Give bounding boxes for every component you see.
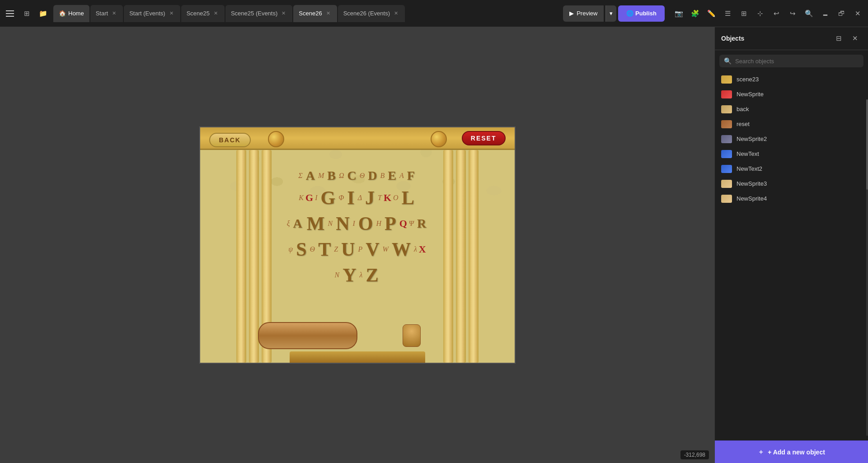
obj-name: back: [737, 106, 846, 112]
canvas-area[interactable]: BACK ↻ RESET Σ: [0, 27, 714, 463]
letter-row-4: ψ S Θ T Ζ U P V W W λ X: [288, 238, 426, 261]
open-project-icon[interactable]: 📁: [36, 7, 50, 20]
obj-icon-sprite: [721, 105, 732, 113]
snap-icon-btn[interactable]: ⊹: [753, 7, 767, 20]
list-item[interactable]: reset ⋮: [715, 117, 868, 131]
obj-icon-text: [721, 150, 732, 158]
list-item[interactable]: NewText2 ⋮: [715, 161, 868, 176]
layers-icon-btn[interactable]: ☰: [721, 7, 734, 20]
pencil-icon-btn[interactable]: ✏️: [704, 7, 718, 20]
obj-name: NewSprite2: [737, 136, 846, 142]
tab-scene26-events-label: Scene26 (Events): [343, 10, 390, 17]
extensions-icon-btn[interactable]: 🧩: [688, 7, 702, 20]
close-icon-btn[interactable]: ✕: [851, 7, 864, 20]
preview-play-icon: ▶: [569, 10, 574, 17]
coords-value: -312,698: [684, 452, 705, 458]
panel-scrollbar[interactable]: [866, 99, 868, 436]
tab-home[interactable]: 🏠 Home: [53, 5, 89, 22]
obj-name: reset: [737, 121, 846, 127]
tab-scene25[interactable]: Scene25 ✕: [181, 5, 225, 22]
camera-icon-btn[interactable]: 📷: [672, 7, 685, 20]
column-left-1: [236, 150, 246, 363]
list-item[interactable]: NewText ⋮: [715, 146, 868, 161]
restore-icon-btn[interactable]: 🗗: [835, 7, 848, 20]
preview-label: Preview: [577, 10, 597, 17]
tab-scene26-label: Scene26: [299, 10, 322, 17]
obj-name: NewSprite3: [737, 180, 846, 187]
add-object-button[interactable]: ＋ + Add a new object: [715, 440, 868, 463]
tab-home-label: Home: [68, 10, 84, 17]
publish-label: Publish: [635, 10, 657, 17]
top-circle-left: [268, 131, 284, 147]
menu-icon[interactable]: [4, 7, 16, 20]
letter-row-1: Σ A M B Ω C Θ D B E A F: [298, 168, 416, 184]
panel-header: Objects ⊟ ✕: [715, 27, 868, 50]
list-item[interactable]: scene23 ⋮: [715, 72, 868, 87]
tab-scene26-close[interactable]: ✕: [325, 10, 332, 17]
panel-close-icon-btn[interactable]: ✕: [848, 32, 862, 45]
redo-icon-btn[interactable]: ↪: [786, 7, 799, 20]
obj-name: NewSprite4: [737, 195, 846, 202]
scroll-object: [301, 318, 414, 354]
tab-start[interactable]: Start ✕: [90, 5, 123, 22]
back-button-game[interactable]: BACK: [209, 133, 251, 147]
publish-button[interactable]: 🌐 Publish: [618, 5, 665, 22]
tab-scene26-events[interactable]: Scene26 (Events) ✕: [338, 5, 405, 22]
panel-title: Objects: [721, 35, 744, 42]
reset-button-game[interactable]: RESET: [462, 131, 506, 145]
tab-scene26[interactable]: Scene26 ✕: [293, 5, 337, 22]
panel-scroll-thumb: [866, 99, 868, 190]
obj-name: NewText: [737, 150, 846, 157]
obj-icon-sprite: [721, 135, 732, 143]
list-item[interactable]: NewSprite3 ⋮: [715, 176, 868, 191]
add-object-icon: ＋: [758, 448, 764, 456]
obj-icon-sprite: [721, 180, 732, 188]
preview-dropdown-button[interactable]: ▾: [605, 5, 616, 22]
search-box: 🔍: [719, 55, 863, 67]
letter-row-3: ξ A M N N Ι O H P Q Ψ R: [287, 212, 428, 235]
letters-area: Σ A M B Ω C Θ D B E A F K G I G: [245, 154, 469, 299]
tab-scene26-events-close[interactable]: ✕: [393, 10, 399, 17]
obj-name: NewSprite: [737, 91, 846, 98]
game-canvas: BACK ↻ RESET Σ: [199, 126, 516, 364]
obj-icon-text: [721, 165, 732, 173]
letter-row-2: K G I G Φ I Δ J T K O L: [299, 186, 415, 210]
search-icon: 🔍: [724, 57, 732, 65]
letter-row-5: N Y λ Z: [335, 263, 380, 287]
column-right-3: [469, 150, 479, 363]
obj-icon-sprite: [721, 195, 732, 203]
shelf: [290, 351, 425, 363]
filter-icon-btn[interactable]: ⊟: [832, 32, 845, 45]
obj-icon-sprite: [721, 120, 732, 128]
tab-start-events-close[interactable]: ✕: [168, 10, 175, 17]
obj-icon-sprite: [721, 90, 732, 98]
add-object-label: + Add a new object: [768, 449, 825, 456]
top-bar: ⊞ 📁 🏠 Home Start ✕ Start (Events) ✕ Scen…: [0, 0, 868, 27]
tab-start-label: Start: [96, 10, 108, 17]
tab-scene25-events-close[interactable]: ✕: [280, 10, 287, 17]
tab-start-close[interactable]: ✕: [111, 10, 117, 17]
minimize-icon-btn[interactable]: 🗕: [818, 7, 832, 20]
tab-start-events-label: Start (Events): [129, 10, 165, 17]
tab-scene25-label: Scene25: [187, 10, 210, 17]
obj-name: scene23: [737, 76, 846, 83]
obj-icon-folder: [721, 75, 732, 84]
list-item[interactable]: NewSprite ⋮: [715, 87, 868, 102]
publish-icon: 🌐: [626, 10, 633, 17]
toolbar-center: ▶ Preview ▾ 🌐 Publish: [563, 5, 665, 22]
tab-scene25-events-label: Scene25 (Events): [231, 10, 277, 17]
grid-icon-btn[interactable]: ⊞: [737, 7, 751, 20]
tab-scene25-close[interactable]: ✕: [212, 10, 219, 17]
search-input[interactable]: [735, 58, 859, 65]
tab-scene25-events[interactable]: Scene25 (Events) ✕: [225, 5, 292, 22]
preview-button[interactable]: ▶ Preview: [563, 5, 604, 22]
new-project-icon[interactable]: ⊞: [20, 7, 33, 20]
zoom-icon-btn[interactable]: 🔍: [802, 7, 816, 20]
list-item[interactable]: NewSprite2 ⋮: [715, 131, 868, 146]
list-item[interactable]: NewSprite4 ⋮: [715, 191, 868, 206]
list-item[interactable]: back ⋮: [715, 102, 868, 117]
home-icon: 🏠: [59, 10, 66, 17]
undo-icon-btn[interactable]: ↩: [769, 7, 783, 20]
obj-name: NewText2: [737, 165, 846, 172]
tab-start-events[interactable]: Start (Events) ✕: [124, 5, 180, 22]
